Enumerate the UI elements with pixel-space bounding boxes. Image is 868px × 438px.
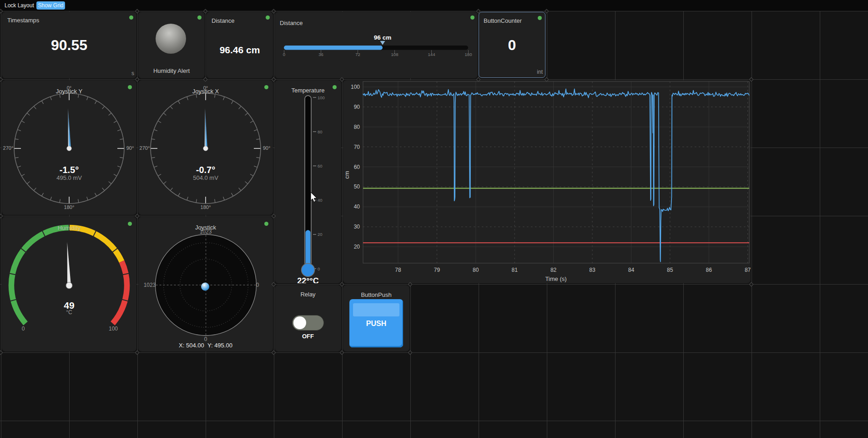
svg-text:22°°C: 22°°C [297, 276, 318, 283]
svg-text:0: 0 [256, 282, 259, 288]
svg-text:100: 100 [318, 95, 325, 100]
svg-text:Joystick X: Joystick X [192, 88, 219, 95]
svg-text:80: 80 [318, 129, 323, 134]
svg-text:495.0 mV: 495.0 mV [56, 174, 82, 181]
svg-text:0: 0 [318, 266, 320, 271]
svg-text:20: 20 [354, 244, 360, 250]
svg-text:84: 84 [628, 267, 635, 273]
svg-text:50: 50 [354, 183, 360, 190]
svg-text:0: 0 [204, 336, 207, 342]
svg-text:270°: 270° [3, 145, 14, 151]
svg-text:100: 100 [351, 84, 360, 90]
svg-text:60: 60 [354, 164, 360, 170]
svg-text:60: 60 [318, 163, 323, 168]
svg-text:270°: 270° [140, 145, 150, 151]
svg-text:78: 78 [395, 267, 401, 273]
svg-text:82: 82 [550, 267, 557, 273]
svg-text:40: 40 [354, 204, 360, 210]
svg-text:1023: 1023 [200, 229, 212, 235]
svg-text:1023: 1023 [144, 282, 156, 288]
svg-text:80: 80 [473, 267, 479, 273]
svg-text:0: 0 [283, 52, 285, 57]
svg-text:cm: cm [343, 171, 350, 178]
svg-text:90: 90 [354, 104, 360, 110]
svg-text:-1.5°: -1.5° [60, 165, 79, 175]
svg-text:85: 85 [667, 267, 673, 273]
svg-text:504.0 mV: 504.0 mV [193, 174, 218, 181]
svg-text:0: 0 [22, 326, 25, 332]
svg-text:X: 504.00 Y: 495.00: X: 504.00 Y: 495.00 [179, 342, 232, 349]
svg-text:36: 36 [318, 52, 323, 57]
svg-text:144: 144 [428, 52, 435, 57]
svg-text:108: 108 [391, 52, 399, 57]
svg-text:90°: 90° [263, 145, 271, 151]
svg-text:°C: °C [66, 309, 72, 316]
svg-text:Time (s): Time (s) [545, 275, 566, 282]
svg-text:96 cm: 96 cm [374, 34, 391, 41]
svg-text:87: 87 [745, 267, 751, 273]
svg-text:80: 80 [354, 124, 360, 130]
svg-text:90°: 90° [126, 145, 134, 151]
svg-text:Joystick Y: Joystick Y [56, 88, 83, 95]
svg-text:30: 30 [354, 224, 360, 230]
svg-text:81: 81 [512, 267, 518, 273]
svg-text:-0.7°: -0.7° [196, 165, 215, 175]
svg-text:83: 83 [589, 267, 595, 273]
svg-text:180°: 180° [201, 204, 211, 210]
svg-text:79: 79 [434, 267, 440, 273]
svg-text:70: 70 [354, 144, 360, 150]
svg-text:180: 180 [465, 52, 472, 57]
svg-text:20: 20 [318, 232, 323, 237]
svg-text:100: 100 [109, 326, 118, 332]
svg-text:Temperature: Temperature [292, 87, 325, 94]
svg-text:Humidity: Humidity [58, 224, 81, 231]
svg-text:72: 72 [355, 52, 360, 57]
svg-text:86: 86 [706, 267, 712, 273]
svg-text:180°: 180° [64, 204, 75, 210]
